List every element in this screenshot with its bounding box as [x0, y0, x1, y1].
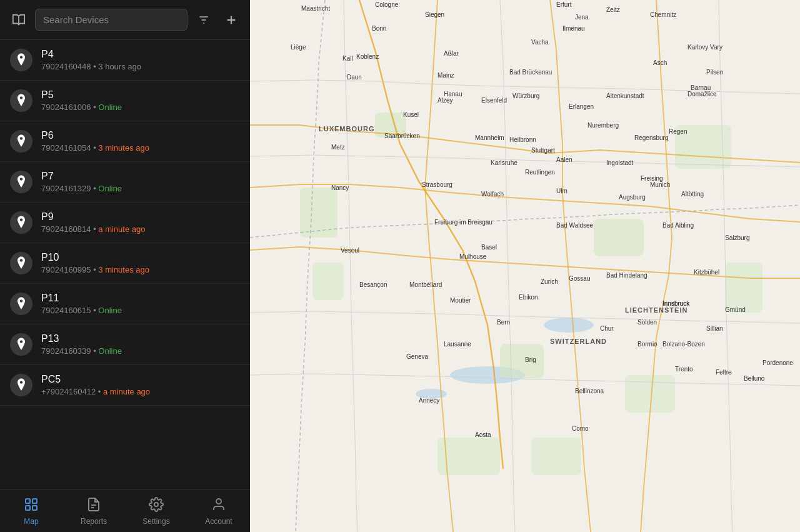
svg-point-12 — [216, 499, 221, 504]
nav-reports[interactable]: Reports — [62, 490, 125, 532]
map-icon — [24, 497, 39, 514]
device-pin-p9 — [10, 211, 32, 234]
device-name-p11: P11 — [41, 293, 240, 304]
svg-rect-23 — [312, 263, 344, 300]
device-list: P479024160448 • 3 hours agoP579024161006… — [0, 40, 250, 489]
device-pin-pc5 — [10, 374, 32, 396]
device-info-p5: P579024161006 • Online — [41, 89, 240, 112]
device-item-p10[interactable]: P1079024160995 • 3 minutes ago — [0, 243, 250, 284]
device-meta-pc5: +79024160412 • a minute ago — [41, 387, 240, 396]
device-item-p5[interactable]: P579024161006 • Online — [0, 81, 250, 121]
add-button[interactable] — [220, 9, 242, 31]
svg-rect-6 — [32, 499, 37, 503]
device-info-p11: P1179024160615 • Online — [41, 293, 240, 315]
sidebar: P479024160448 • 3 hours agoP579024161006… — [0, 0, 250, 532]
svg-rect-5 — [26, 499, 30, 503]
svg-point-16 — [416, 389, 447, 399]
svg-rect-17 — [300, 188, 338, 238]
device-item-p6[interactable]: P679024161054 • 3 minutes ago — [0, 121, 250, 162]
nav-settings[interactable]: Settings — [125, 490, 188, 532]
device-pin-p4 — [10, 49, 32, 71]
account-icon — [211, 497, 226, 514]
device-meta-p7: 79024161329 • Online — [41, 184, 240, 193]
bottom-nav: Map Reports — [0, 489, 250, 532]
svg-rect-19 — [500, 344, 544, 378]
svg-rect-22 — [725, 263, 762, 313]
device-info-p4: P479024160448 • 3 hours ago — [41, 49, 240, 71]
device-name-p10: P10 — [41, 252, 240, 263]
search-input[interactable] — [35, 9, 188, 31]
device-item-pc5[interactable]: PC5+79024160412 • a minute ago — [0, 365, 250, 406]
reports-icon — [86, 497, 101, 514]
nav-map-label: Map — [24, 517, 38, 526]
device-pin-p6 — [10, 130, 32, 153]
device-meta-p4: 79024160448 • 3 hours ago — [41, 62, 240, 71]
device-pin-p5 — [10, 89, 32, 112]
device-pin-p13 — [10, 333, 32, 356]
device-info-p6: P679024161054 • 3 minutes ago — [41, 130, 240, 153]
nav-map[interactable]: Map — [0, 490, 62, 532]
svg-rect-18 — [594, 219, 644, 256]
search-bar — [0, 0, 250, 40]
device-name-p9: P9 — [41, 211, 240, 223]
svg-point-11 — [154, 503, 158, 506]
svg-rect-8 — [32, 506, 37, 510]
device-pin-p11 — [10, 293, 32, 315]
device-info-pc5: PC5+79024160412 • a minute ago — [41, 374, 240, 396]
nav-reports-label: Reports — [81, 517, 107, 526]
device-item-p9[interactable]: P979024160814 • a minute ago — [0, 203, 250, 243]
device-item-p4[interactable]: P479024160448 • 3 hours ago — [0, 40, 250, 81]
svg-point-14 — [544, 318, 594, 333]
map-container[interactable]: LUXEMBOURGLIECHTENSTEINSWITZERLANDMaastr… — [250, 0, 800, 532]
device-info-p10: P1079024160995 • 3 minutes ago — [41, 252, 240, 274]
device-info-p7: P779024161329 • Online — [41, 171, 240, 193]
book-icon[interactable] — [8, 9, 30, 31]
nav-account[interactable]: Account — [188, 490, 250, 532]
device-name-p5: P5 — [41, 89, 240, 101]
device-meta-p5: 79024161006 • Online — [41, 103, 240, 112]
device-pin-p10 — [10, 252, 32, 274]
nav-settings-label: Settings — [142, 517, 169, 526]
device-meta-p11: 79024160615 • Online — [41, 306, 240, 315]
settings-icon — [149, 497, 164, 514]
device-name-p13: P13 — [41, 333, 240, 344]
device-meta-p6: 79024161054 • 3 minutes ago — [41, 143, 240, 153]
map-svg — [250, 0, 800, 532]
device-item-p11[interactable]: P1179024160615 • Online — [0, 284, 250, 324]
device-meta-p10: 79024160995 • 3 minutes ago — [41, 265, 240, 274]
device-name-pc5: PC5 — [41, 374, 240, 385]
device-name-p6: P6 — [41, 130, 240, 141]
svg-rect-7 — [26, 506, 30, 510]
filter-icon[interactable] — [192, 9, 215, 31]
device-item-p7[interactable]: P779024161329 • Online — [0, 162, 250, 203]
app-container: P479024160448 • 3 hours agoP579024161006… — [0, 0, 800, 532]
svg-rect-26 — [531, 438, 581, 475]
device-info-p9: P979024160814 • a minute ago — [41, 211, 240, 234]
device-name-p4: P4 — [41, 49, 240, 60]
nav-account-label: Account — [205, 517, 232, 526]
device-meta-p9: 79024160814 • a minute ago — [41, 224, 240, 234]
device-name-p7: P7 — [41, 171, 240, 182]
device-item-p13[interactable]: P1379024160339 • Online — [0, 324, 250, 365]
device-info-p13: P1379024160339 • Online — [41, 333, 240, 356]
search-input-wrapper — [35, 9, 188, 31]
device-meta-p13: 79024160339 • Online — [41, 346, 240, 356]
device-pin-p7 — [10, 171, 32, 193]
